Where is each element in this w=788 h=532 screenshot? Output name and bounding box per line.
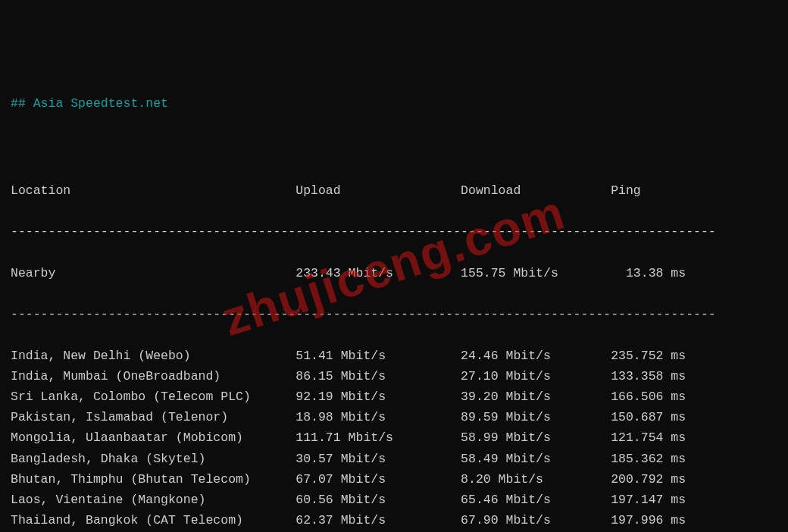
section-title: ## Asia Speedtest.net <box>11 93 777 114</box>
table-row: Bhutan, Thimphu (Bhutan Telecom) 67.07 M… <box>11 469 777 490</box>
table-row: India, New Delhi (Weebo) 51.41 Mbit/s 24… <box>11 346 777 366</box>
table-row: Sri Lanka, Colombo (Telecom PLC) 92.19 M… <box>11 386 777 407</box>
blank-line <box>11 139 777 159</box>
table-row: Thailand, Bangkok (CAT Telecom) 62.37 Mb… <box>11 510 777 530</box>
table-row: Mongolia, Ulaanbaatar (Mobicom) 111.71 M… <box>11 427 777 448</box>
header-row: Location Upload Download Ping <box>11 180 777 201</box>
nearby-row: Nearby 233.43 Mbit/s 155.75 Mbit/s 13.38… <box>11 263 777 283</box>
table-row: Laos, Vientaine (Mangkone) 60.56 Mbit/s … <box>11 490 777 510</box>
divider-mid: ----------------------------------------… <box>11 304 777 324</box>
divider-top: ----------------------------------------… <box>11 221 777 242</box>
rows-container: India, New Delhi (Weebo) 51.41 Mbit/s 24… <box>11 346 777 533</box>
table-row: India, Mumbai (OneBroadband) 86.15 Mbit/… <box>11 366 777 386</box>
table-row: Bangladesh, Dhaka (Skytel) 30.57 Mbit/s … <box>11 449 777 469</box>
table-row: Pakistan, Islamabad (Telenor) 18.98 Mbit… <box>11 407 777 427</box>
